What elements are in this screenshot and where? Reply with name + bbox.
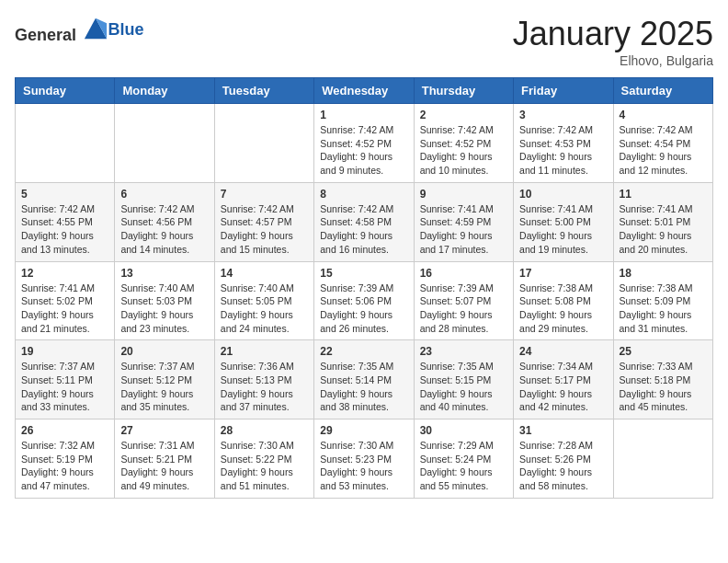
day-number: 30: [420, 424, 507, 437]
calendar-cell: 30Sunrise: 7:29 AM Sunset: 5:24 PM Dayli…: [414, 419, 513, 499]
day-number: 4: [620, 109, 707, 121]
day-info: Sunrise: 7:37 AM Sunset: 5:12 PM Dayligh…: [120, 360, 208, 414]
day-info: Sunrise: 7:28 AM Sunset: 5:26 PM Dayligh…: [519, 439, 607, 493]
title-block: January 2025 Elhovo, Bulgaria: [513, 15, 713, 68]
weekday-header-tuesday: Tuesday: [214, 78, 313, 104]
logo: General Blue: [15, 15, 144, 45]
day-number: 16: [420, 267, 507, 280]
day-number: 9: [420, 188, 507, 201]
day-info: Sunrise: 7:39 AM Sunset: 5:07 PM Dayligh…: [420, 282, 507, 336]
calendar-cell: 29Sunrise: 7:30 AM Sunset: 5:23 PM Dayli…: [314, 419, 414, 499]
calendar-cell: 21Sunrise: 7:36 AM Sunset: 5:13 PM Dayli…: [214, 340, 313, 419]
calendar-cell: 15Sunrise: 7:39 AM Sunset: 5:06 PM Dayli…: [314, 261, 414, 340]
day-info: Sunrise: 7:39 AM Sunset: 5:06 PM Dayligh…: [320, 282, 407, 336]
calendar-cell: 7Sunrise: 7:42 AM Sunset: 4:57 PM Daylig…: [214, 182, 313, 261]
calendar-week-2: 5Sunrise: 7:42 AM Sunset: 4:55 PM Daylig…: [16, 182, 713, 261]
calendar-cell: [613, 419, 712, 499]
day-number: 8: [320, 188, 407, 201]
weekday-header-wednesday: Wednesday: [314, 78, 414, 104]
day-info: Sunrise: 7:42 AM Sunset: 4:54 PM Dayligh…: [620, 123, 707, 178]
day-info: Sunrise: 7:36 AM Sunset: 5:13 PM Dayligh…: [221, 360, 308, 414]
day-number: 6: [120, 188, 208, 201]
day-number: 3: [519, 109, 607, 121]
calendar-cell: 17Sunrise: 7:38 AM Sunset: 5:08 PM Dayli…: [514, 261, 613, 340]
day-info: Sunrise: 7:37 AM Sunset: 5:11 PM Dayligh…: [21, 360, 108, 414]
day-number: 20: [120, 345, 208, 358]
calendar-cell: 14Sunrise: 7:40 AM Sunset: 5:05 PM Dayli…: [214, 261, 313, 340]
calendar-cell: [115, 104, 214, 183]
calendar-cell: 1Sunrise: 7:42 AM Sunset: 4:52 PM Daylig…: [314, 104, 414, 183]
day-info: Sunrise: 7:41 AM Sunset: 5:01 PM Dayligh…: [620, 202, 707, 257]
calendar-cell: [214, 104, 313, 183]
logo-icon: [83, 15, 108, 40]
day-number: 10: [519, 188, 607, 201]
day-number: 5: [21, 188, 108, 201]
day-info: Sunrise: 7:40 AM Sunset: 5:03 PM Dayligh…: [120, 282, 208, 336]
calendar-cell: 4Sunrise: 7:42 AM Sunset: 4:54 PM Daylig…: [613, 104, 712, 183]
calendar-cell: 5Sunrise: 7:42 AM Sunset: 4:55 PM Daylig…: [16, 182, 115, 261]
day-number: 15: [320, 267, 407, 280]
calendar-cell: 2Sunrise: 7:42 AM Sunset: 4:52 PM Daylig…: [414, 104, 513, 183]
day-info: Sunrise: 7:42 AM Sunset: 4:57 PM Dayligh…: [221, 202, 308, 257]
day-info: Sunrise: 7:42 AM Sunset: 4:56 PM Dayligh…: [120, 202, 208, 257]
day-info: Sunrise: 7:38 AM Sunset: 5:08 PM Dayligh…: [519, 282, 607, 336]
calendar-cell: 9Sunrise: 7:41 AM Sunset: 4:59 PM Daylig…: [414, 182, 513, 261]
calendar-cell: 27Sunrise: 7:31 AM Sunset: 5:21 PM Dayli…: [115, 419, 214, 499]
day-info: Sunrise: 7:32 AM Sunset: 5:19 PM Dayligh…: [21, 439, 108, 493]
calendar-header-row: SundayMondayTuesdayWednesdayThursdayFrid…: [16, 78, 713, 104]
day-info: Sunrise: 7:42 AM Sunset: 4:52 PM Dayligh…: [320, 123, 407, 178]
calendar-cell: 18Sunrise: 7:38 AM Sunset: 5:09 PM Dayli…: [613, 261, 712, 340]
day-number: 27: [120, 424, 208, 437]
calendar-cell: [16, 104, 115, 183]
day-number: 29: [320, 424, 407, 437]
day-number: 1: [320, 109, 407, 121]
calendar-cell: 13Sunrise: 7:40 AM Sunset: 5:03 PM Dayli…: [115, 261, 214, 340]
month-title: January 2025: [513, 15, 713, 53]
day-number: 22: [320, 345, 407, 358]
day-number: 31: [519, 424, 607, 437]
day-number: 21: [221, 345, 308, 358]
calendar-cell: 16Sunrise: 7:39 AM Sunset: 5:07 PM Dayli…: [414, 261, 513, 340]
day-number: 12: [21, 267, 108, 280]
day-info: Sunrise: 7:30 AM Sunset: 5:22 PM Dayligh…: [221, 439, 308, 493]
day-number: 23: [420, 345, 507, 358]
calendar-cell: 3Sunrise: 7:42 AM Sunset: 4:53 PM Daylig…: [514, 104, 613, 183]
calendar-cell: 23Sunrise: 7:35 AM Sunset: 5:15 PM Dayli…: [414, 340, 513, 419]
day-number: 7: [221, 188, 308, 201]
day-info: Sunrise: 7:29 AM Sunset: 5:24 PM Dayligh…: [420, 439, 507, 493]
day-info: Sunrise: 7:34 AM Sunset: 5:17 PM Dayligh…: [519, 360, 607, 414]
calendar-cell: 6Sunrise: 7:42 AM Sunset: 4:56 PM Daylig…: [115, 182, 214, 261]
calendar-week-3: 12Sunrise: 7:41 AM Sunset: 5:02 PM Dayli…: [16, 261, 713, 340]
day-info: Sunrise: 7:35 AM Sunset: 5:14 PM Dayligh…: [320, 360, 407, 414]
calendar-cell: 28Sunrise: 7:30 AM Sunset: 5:22 PM Dayli…: [214, 419, 313, 499]
calendar-cell: 10Sunrise: 7:41 AM Sunset: 5:00 PM Dayli…: [514, 182, 613, 261]
weekday-header-friday: Friday: [514, 78, 613, 104]
calendar-week-1: 1Sunrise: 7:42 AM Sunset: 4:52 PM Daylig…: [16, 104, 713, 183]
day-info: Sunrise: 7:42 AM Sunset: 4:58 PM Dayligh…: [320, 202, 407, 257]
day-number: 13: [120, 267, 208, 280]
calendar-cell: 19Sunrise: 7:37 AM Sunset: 5:11 PM Dayli…: [16, 340, 115, 419]
day-info: Sunrise: 7:31 AM Sunset: 5:21 PM Dayligh…: [120, 439, 208, 493]
day-number: 25: [620, 345, 707, 358]
day-number: 17: [519, 267, 607, 280]
calendar-cell: 20Sunrise: 7:37 AM Sunset: 5:12 PM Dayli…: [115, 340, 214, 419]
location-title: Elhovo, Bulgaria: [513, 53, 713, 68]
day-info: Sunrise: 7:30 AM Sunset: 5:23 PM Dayligh…: [320, 439, 407, 493]
day-info: Sunrise: 7:41 AM Sunset: 4:59 PM Dayligh…: [420, 202, 507, 257]
logo-general: General: [15, 26, 76, 44]
weekday-header-sunday: Sunday: [16, 78, 115, 104]
calendar-week-4: 19Sunrise: 7:37 AM Sunset: 5:11 PM Dayli…: [16, 340, 713, 419]
day-number: 2: [420, 109, 507, 121]
weekday-header-saturday: Saturday: [613, 78, 712, 104]
page-header: General Blue January 2025 Elhovo, Bulgar…: [15, 15, 713, 68]
day-info: Sunrise: 7:33 AM Sunset: 5:18 PM Dayligh…: [620, 360, 707, 414]
calendar-cell: 12Sunrise: 7:41 AM Sunset: 5:02 PM Dayli…: [16, 261, 115, 340]
day-number: 26: [21, 424, 108, 437]
day-info: Sunrise: 7:41 AM Sunset: 5:02 PM Dayligh…: [21, 282, 108, 336]
weekday-header-thursday: Thursday: [414, 78, 513, 104]
day-number: 24: [519, 345, 607, 358]
calendar-cell: 22Sunrise: 7:35 AM Sunset: 5:14 PM Dayli…: [314, 340, 414, 419]
weekday-header-monday: Monday: [115, 78, 214, 104]
day-info: Sunrise: 7:42 AM Sunset: 4:55 PM Dayligh…: [21, 202, 108, 257]
day-info: Sunrise: 7:35 AM Sunset: 5:15 PM Dayligh…: [420, 360, 507, 414]
